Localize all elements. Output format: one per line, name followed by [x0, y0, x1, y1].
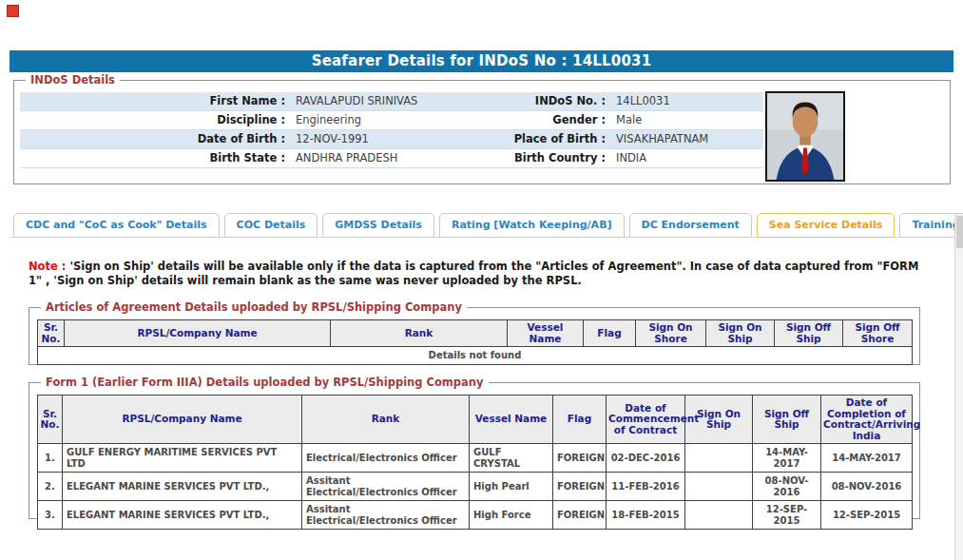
column-header: Vessel Name	[508, 320, 584, 347]
broken-image-icon	[7, 5, 19, 17]
detail-row: Date of Birth : 12-NOV-1991 Place of Bir…	[20, 130, 763, 149]
form1-details-fieldset: Form 1 (Earlier Form IIIA) Details uploa…	[29, 382, 920, 519]
date-of-birth-label: Date of Birth :	[20, 130, 294, 148]
vessel-cell: High Force	[470, 501, 553, 530]
commencement-date-cell: 11-FEB-2016	[607, 473, 685, 501]
note-text: Note : 'Sign on Ship' details will be av…	[29, 260, 934, 287]
sr-no-cell: 1.	[38, 444, 63, 473]
column-header: RPSL/Company Name	[65, 320, 331, 347]
birth-state-label: Birth State :	[20, 149, 294, 167]
rank-cell: Electrical/Electronics Officer	[302, 444, 470, 473]
company-cell: ELEGANT MARINE SERVICES PVT LTD.,	[63, 473, 302, 501]
detail-row: Birth State : ANDHRA PRADESH Birth Count…	[20, 149, 763, 168]
birth-country-value: INDIA	[614, 149, 763, 167]
table-row: 1. GULF ENERGY MARITIME SERVICES PVT LTD…	[38, 444, 913, 473]
flag-cell: FOREIGN	[553, 444, 607, 473]
page-title: Seafarer Details for INDoS No : 14LL0031	[10, 50, 953, 72]
column-header: Rank	[302, 396, 470, 444]
date-of-birth-value: 12-NOV-1991	[294, 130, 489, 148]
indos-no-value: 14LL0031	[614, 92, 763, 110]
portrait-image	[767, 93, 843, 180]
vessel-cell: High Pearl	[470, 473, 553, 501]
indos-no-label: INDoS No. :	[489, 92, 614, 110]
birth-state-value: ANDHRA PRADESH	[294, 149, 489, 167]
scrollbar-thumb[interactable]	[956, 216, 963, 248]
column-header: Sign On Shore	[636, 320, 706, 347]
commencement-date-cell: 02-DEC-2016	[607, 444, 685, 473]
sign-off-ship-cell: 12-SEP-2015	[753, 501, 821, 530]
flag-cell: FOREIGN	[553, 473, 607, 501]
tab-gmdss-details[interactable]: GMDSS Details	[322, 213, 434, 238]
sign-on-ship-cell	[685, 444, 753, 473]
table-row: 3. ELEGANT MARINE SERVICES PVT LTD., Ass…	[38, 501, 913, 530]
sign-off-ship-cell: 08-NOV-2016	[753, 473, 821, 501]
company-cell: GULF ENERGY MARITIME SERVICES PVT LTD	[63, 444, 302, 473]
tab-dc-endorsement[interactable]: DC Endorsement	[629, 213, 752, 238]
column-header: Vessel Name	[470, 396, 553, 444]
sign-on-ship-cell	[685, 501, 753, 530]
column-header: Rank	[331, 320, 508, 347]
column-header: Flag	[553, 396, 607, 444]
discipline-value: Engineering	[294, 111, 489, 129]
place-of-birth-label: Place of Birth :	[489, 130, 614, 148]
birth-country-label: Birth Country :	[489, 149, 614, 167]
sr-no-cell: 2.	[38, 473, 63, 501]
tab-bar: CDC and "CoC as Cook" Details COC Detail…	[13, 213, 963, 238]
form1-details-legend: Form 1 (Earlier Form IIIA) Details uploa…	[41, 376, 489, 389]
articles-of-agreement-legend: Articles of Agreement Details uploaded b…	[41, 300, 467, 314]
empty-result-row: Details not found	[38, 347, 913, 365]
rank-cell: Assitant Electrical/Electronics Officer	[302, 473, 470, 501]
note-prefix: Note :	[29, 260, 66, 273]
column-header: Sign Off Ship	[753, 396, 821, 444]
discipline-label: Discipline :	[20, 111, 294, 129]
rank-cell: Assitant Electrical/Electronics Officer	[302, 501, 470, 530]
seafarer-photo	[765, 91, 845, 182]
gender-label: Gender :	[489, 111, 614, 129]
column-header: Sr. No.	[38, 396, 63, 444]
commencement-date-cell: 18-FEB-2015	[607, 501, 685, 530]
tab-cdc-coc-as-cook-details[interactable]: CDC and "CoC as Cook" Details	[13, 213, 220, 238]
column-header: Flag	[584, 320, 636, 347]
company-cell: ELEGANT MARINE SERVICES PVT LTD.,	[63, 501, 302, 530]
first-name-value: RAVALAPUDI SRINIVAS	[294, 92, 489, 110]
vertical-scrollbar[interactable]	[954, 214, 963, 560]
table-header-row: Sr. No. RPSL/Company Name Rank Vessel Na…	[38, 320, 913, 347]
note-body: 'Sign on Ship' details will be available…	[29, 260, 918, 287]
column-header: Sign Off Ship	[775, 320, 843, 347]
column-header: Date of Completion of Contract/Arriving …	[821, 396, 913, 444]
seafarer-details-page: Seafarer Details for INDoS No : 14LL0031…	[0, 0, 963, 560]
sr-no-cell: 3.	[38, 501, 63, 530]
column-header: Sign On Ship	[706, 320, 775, 347]
gender-value: Male	[614, 111, 763, 129]
tab-sea-service-details[interactable]: Sea Service Details	[757, 213, 896, 238]
articles-of-agreement-fieldset: Articles of Agreement Details uploaded b…	[29, 307, 920, 365]
indos-details-legend: INDoS Details	[26, 73, 120, 87]
detail-row: Discipline : Engineering Gender : Male	[20, 111, 763, 130]
flag-cell: FOREIGN	[553, 501, 607, 530]
articles-of-agreement-table: Sr. No. RPSL/Company Name Rank Vessel Na…	[37, 319, 913, 365]
table-header-row: Sr. No. RPSL/Company Name Rank Vessel Na…	[38, 396, 913, 444]
sign-off-ship-cell: 14-MAY-2017	[753, 444, 821, 473]
tab-coc-details[interactable]: COC Details	[224, 213, 318, 238]
form1-details-table: Sr. No. RPSL/Company Name Rank Vessel Na…	[37, 395, 913, 530]
tab-rating-watch-keeping-ab[interactable]: Rating [Watch Keeping/AB]	[439, 213, 625, 238]
sign-on-ship-cell	[685, 473, 753, 501]
completion-date-cell: 14-MAY-2017	[821, 444, 913, 473]
completion-date-cell: 12-SEP-2015	[821, 501, 913, 530]
place-of-birth-value: VISAKHAPATNAM	[614, 130, 763, 148]
first-name-label: First Name :	[20, 92, 294, 110]
detail-row: First Name : RAVALAPUDI SRINIVAS INDoS N…	[20, 92, 763, 111]
table-row: 2. ELEGANT MARINE SERVICES PVT LTD., Ass…	[38, 473, 913, 501]
completion-date-cell: 08-NOV-2016	[821, 473, 913, 501]
details-not-found-message: Details not found	[38, 347, 913, 365]
tab-training-details[interactable]: Training Details	[899, 213, 963, 238]
column-header: RPSL/Company Name	[63, 396, 302, 444]
column-header: Sr. No.	[38, 320, 65, 347]
vessel-cell: GULF CRYSTAL	[470, 444, 553, 473]
indos-details-grid: First Name : RAVALAPUDI SRINIVAS INDoS N…	[20, 92, 763, 168]
column-header: Date of Commencement of Contract	[607, 396, 685, 444]
column-header: Sign Off Shore	[843, 320, 913, 347]
